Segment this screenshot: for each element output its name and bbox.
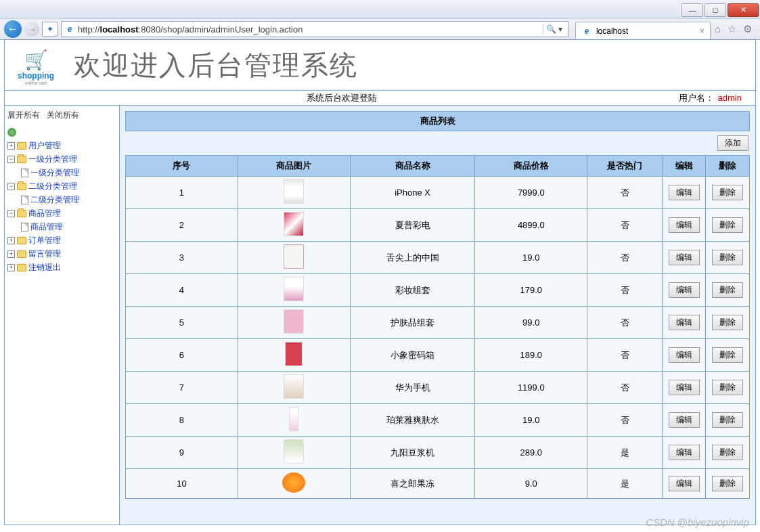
tree-leaf[interactable]: 一级分类管理 bbox=[7, 166, 116, 179]
cell-delete: 删除 bbox=[706, 307, 750, 339]
edit-button[interactable]: 编辑 bbox=[669, 185, 700, 200]
cell-price: 4899.0 bbox=[475, 209, 587, 242]
cell-price: 189.0 bbox=[475, 339, 587, 372]
tree-node-label: 订单管理 bbox=[28, 235, 61, 246]
expand-all-link[interactable]: 展开所有 bbox=[7, 110, 40, 121]
tree-folder[interactable]: +留言管理 bbox=[7, 247, 116, 261]
tree-expander-icon[interactable]: − bbox=[7, 156, 15, 163]
cell-name: 夏普彩电 bbox=[350, 209, 474, 242]
tree-folder[interactable]: −二级分类管理 bbox=[7, 179, 116, 193]
collapse-all-link[interactable]: 关闭所有 bbox=[47, 110, 79, 121]
tree-node-label: 用户管理 bbox=[28, 140, 61, 152]
edit-button[interactable]: 编辑 bbox=[669, 315, 700, 330]
globe-icon bbox=[7, 128, 16, 137]
cell-delete: 删除 bbox=[706, 209, 750, 242]
page-icon bbox=[21, 169, 28, 177]
edit-button[interactable]: 编辑 bbox=[669, 412, 700, 428]
cell-price: 9.0 bbox=[475, 469, 587, 499]
tree-node-label: 商品管理 bbox=[30, 221, 63, 233]
tree-folder[interactable]: +注销退出 bbox=[7, 261, 116, 274]
edit-button[interactable]: 编辑 bbox=[669, 250, 700, 265]
page-title: 欢迎进入后台管理系统 bbox=[74, 47, 358, 84]
tree-expander-icon[interactable]: + bbox=[7, 264, 15, 271]
tree-folder[interactable]: −商品管理 bbox=[7, 206, 116, 220]
edit-button[interactable]: 编辑 bbox=[669, 217, 700, 233]
address-bar[interactable]: e http://localhost:8080/shop/admin/admin… bbox=[61, 21, 568, 37]
cell-edit: 编辑 bbox=[662, 242, 706, 274]
cell-thumb bbox=[238, 437, 350, 469]
product-thumbnail bbox=[284, 439, 304, 464]
tree-folder[interactable]: −一级分类管理 bbox=[7, 152, 116, 166]
window-maximize-button[interactable]: □ bbox=[705, 3, 726, 17]
window-close-button[interactable]: ✕ bbox=[728, 3, 759, 17]
tree-folder[interactable]: +订单管理 bbox=[7, 234, 116, 247]
cell-thumb bbox=[238, 372, 350, 404]
window-minimize-button[interactable]: — bbox=[681, 3, 703, 17]
list-title: 商品列表 bbox=[125, 111, 750, 131]
delete-button[interactable]: 删除 bbox=[712, 476, 743, 491]
table-row: 1iPhone X7999.0否编辑删除 bbox=[126, 177, 750, 209]
edit-button[interactable]: 编辑 bbox=[669, 476, 700, 491]
tree-expander-icon[interactable]: + bbox=[7, 142, 15, 150]
delete-button[interactable]: 删除 bbox=[712, 445, 743, 460]
tree-folder[interactable]: +用户管理 bbox=[7, 139, 116, 152]
favorites-icon[interactable]: ☆ bbox=[728, 23, 736, 35]
delete-button[interactable]: 删除 bbox=[712, 185, 743, 200]
folder-icon bbox=[17, 264, 26, 271]
folder-icon bbox=[17, 142, 26, 150]
browser-tab[interactable]: e localhost × bbox=[575, 22, 711, 39]
search-dropdown[interactable]: 🔍 ▾ bbox=[543, 24, 565, 34]
delete-button[interactable]: 删除 bbox=[712, 315, 743, 330]
close-tab-icon[interactable]: × bbox=[700, 26, 705, 36]
cell-thumb bbox=[238, 177, 350, 209]
delete-button[interactable]: 删除 bbox=[712, 217, 743, 233]
settings-gear-icon[interactable]: ⚙ bbox=[743, 23, 752, 35]
forward-button[interactable]: → bbox=[24, 22, 39, 37]
page-icon bbox=[21, 196, 28, 204]
tree-expander-icon[interactable]: − bbox=[7, 183, 15, 190]
ie-icon: e bbox=[64, 24, 75, 35]
tree-leaf[interactable]: 商品管理 bbox=[7, 220, 116, 234]
edit-button[interactable]: 编辑 bbox=[669, 445, 700, 460]
product-thumbnail bbox=[284, 179, 304, 204]
tree-root[interactable] bbox=[7, 125, 116, 139]
edit-button[interactable]: 编辑 bbox=[669, 380, 700, 395]
cell-delete: 删除 bbox=[706, 372, 750, 404]
cell-hot: 否 bbox=[587, 274, 663, 307]
tab-title: localhost bbox=[596, 26, 628, 36]
edit-button[interactable]: 编辑 bbox=[669, 282, 700, 298]
cell-thumb bbox=[238, 469, 350, 499]
tree-expander-icon[interactable]: − bbox=[7, 210, 15, 217]
cell-edit: 编辑 bbox=[662, 437, 706, 469]
product-thumbnail bbox=[284, 309, 304, 334]
add-button[interactable]: 添加 bbox=[717, 135, 748, 151]
user-label: 用户名： bbox=[679, 93, 714, 103]
delete-button[interactable]: 删除 bbox=[712, 412, 743, 428]
logo: 🛒 shopping online cart bbox=[5, 45, 67, 85]
cell-price: 99.0 bbox=[475, 307, 587, 339]
edit-button[interactable]: 编辑 bbox=[669, 347, 700, 363]
tree-node-label: 注销退出 bbox=[28, 262, 61, 273]
main-pane[interactable]: 商品列表 添加 序号商品图片商品名称商品价格是否热门编辑删除 1iPhone X… bbox=[120, 106, 755, 525]
delete-button[interactable]: 删除 bbox=[712, 282, 743, 298]
tree-leaf[interactable]: 二级分类管理 bbox=[7, 193, 116, 206]
tree-expander-icon[interactable]: + bbox=[7, 250, 15, 258]
product-table: 序号商品图片商品名称商品价格是否热门编辑删除 1iPhone X7999.0否编… bbox=[125, 155, 750, 499]
table-row: 10喜之郎果冻9.0是编辑删除 bbox=[126, 469, 750, 499]
cell-thumb bbox=[238, 274, 350, 307]
cell-price: 179.0 bbox=[475, 274, 587, 307]
tree-node-label: 一级分类管理 bbox=[30, 167, 79, 179]
cell-hot: 否 bbox=[587, 404, 663, 437]
back-button[interactable]: ← bbox=[4, 20, 22, 38]
cell-hot: 否 bbox=[587, 242, 663, 274]
folder-icon bbox=[17, 156, 26, 163]
compat-view-button[interactable]: ✦ bbox=[42, 22, 58, 37]
cell-no: 10 bbox=[126, 469, 238, 499]
cell-delete: 删除 bbox=[706, 469, 750, 499]
tree-expander-icon[interactable]: + bbox=[7, 237, 15, 244]
delete-button[interactable]: 删除 bbox=[712, 250, 743, 265]
ie-icon: e bbox=[581, 26, 592, 37]
delete-button[interactable]: 删除 bbox=[712, 347, 743, 363]
delete-button[interactable]: 删除 bbox=[712, 380, 743, 395]
home-icon[interactable]: ⌂ bbox=[715, 23, 721, 35]
